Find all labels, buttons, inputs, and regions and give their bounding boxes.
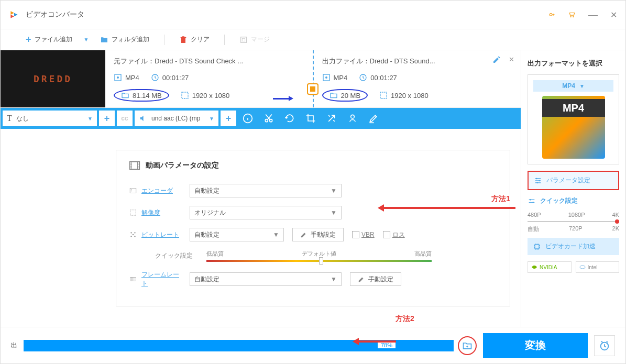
format-box: MP4▼ MP4 xyxy=(528,74,619,164)
source-format: MP4 xyxy=(125,74,139,82)
audio-value: und aac (LC) (mp xyxy=(151,115,200,122)
gpu-accel-button[interactable]: ビデオカード加速 xyxy=(528,238,619,255)
encoder-icon xyxy=(129,187,137,194)
add-folder-button[interactable]: フォルダ追加 xyxy=(96,33,153,46)
output-folder-button[interactable] xyxy=(458,336,477,355)
clock-icon xyxy=(151,73,159,82)
audio-dropdown[interactable]: und aac (LC) (mp ▼ xyxy=(135,111,218,126)
vbr-checkbox[interactable]: VBR xyxy=(352,231,375,238)
resolution-label[interactable]: 解像度 xyxy=(129,208,181,217)
svg-point-34 xyxy=(532,202,534,203)
output-size: 20 MB xyxy=(341,92,361,100)
intel-icon xyxy=(579,264,586,270)
svg-point-0 xyxy=(550,14,552,16)
svg-point-28 xyxy=(134,236,135,237)
sliders-icon xyxy=(528,197,536,205)
resolution-icon xyxy=(181,91,189,100)
progress-percent: 78% xyxy=(377,341,396,349)
minimize-button[interactable]: — xyxy=(588,9,598,20)
merge-label: マージ xyxy=(251,35,270,44)
svg-rect-35 xyxy=(535,245,539,249)
svg-rect-13 xyxy=(380,92,387,98)
close-button[interactable]: ✕ xyxy=(610,10,617,20)
format-icon xyxy=(322,73,331,82)
key-icon[interactable] xyxy=(548,11,556,18)
bitrate-select[interactable]: 自動設定▼ xyxy=(190,228,284,241)
speaker-icon xyxy=(139,114,147,123)
bitrate-icon xyxy=(129,231,137,238)
remove-file-button[interactable]: ✕ xyxy=(509,56,514,63)
source-resolution: 1920 x 1080 xyxy=(192,92,230,100)
svg-point-4 xyxy=(117,76,119,79)
add-file-button[interactable]: + ファイル追加 xyxy=(21,32,76,47)
svg-point-31 xyxy=(539,180,540,181)
svg-rect-18 xyxy=(130,162,139,170)
effects-tool[interactable] xyxy=(322,109,341,128)
folder-size-icon xyxy=(330,91,338,100)
source-label: 元ファイル： xyxy=(114,57,155,65)
video-thumbnail[interactable]: DREDD xyxy=(1,50,105,107)
edit-tool[interactable] xyxy=(364,109,383,128)
watermark-tool[interactable] xyxy=(343,109,362,128)
param-settings-button[interactable]: パラメータ設定 xyxy=(528,171,619,190)
nvidia-icon xyxy=(531,264,537,270)
source-filename: Dredd - DTS Sound Check ... xyxy=(155,57,243,65)
quick-resolution-slider[interactable]: 480P1080P4K 自動720P2K xyxy=(528,212,619,231)
svg-point-30 xyxy=(536,178,537,179)
app-logo-icon xyxy=(9,9,19,20)
merge-button[interactable]: マージ xyxy=(235,33,274,46)
framerate-manual-button[interactable]: 手動設定 xyxy=(350,272,401,286)
quality-slider[interactable] xyxy=(206,260,432,262)
add-audio-button[interactable]: + xyxy=(221,111,236,126)
video-params-panel: 動画パラメータの設定 エンコーダ 自動設定▼ 解像度 オリジナル▼ xyxy=(116,150,510,306)
framerate-icon xyxy=(129,275,137,283)
info-tool[interactable] xyxy=(238,109,257,128)
folder-icon xyxy=(100,36,108,44)
app-title: ビデオコンバータ xyxy=(26,10,84,19)
encoder-select[interactable]: 自動設定▼ xyxy=(190,184,342,197)
intel-badge: Intel xyxy=(576,261,620,273)
schedule-button[interactable] xyxy=(594,335,615,356)
svg-point-11 xyxy=(325,76,327,79)
folder-open-icon xyxy=(462,340,473,351)
encoder-label[interactable]: エンコーダ xyxy=(129,186,181,195)
bitrate-label[interactable]: ビットレート xyxy=(129,230,181,239)
pencil-icon xyxy=(300,231,307,238)
convert-button[interactable]: 変換 xyxy=(483,333,588,358)
quick-settings-title: クイック設定 xyxy=(528,196,619,205)
resolution-select[interactable]: オリジナル▼ xyxy=(190,206,342,219)
crop-tool[interactable] xyxy=(301,109,320,128)
film-icon xyxy=(129,160,140,171)
svg-point-22 xyxy=(131,192,131,192)
output-label: 出力ファイル： xyxy=(322,57,370,65)
bitrate-manual-button[interactable]: 手動設定 xyxy=(292,228,344,241)
quality-labels: 低品質デフォルト値高品質 xyxy=(206,250,432,258)
framerate-label[interactable]: フレームレート xyxy=(129,270,181,288)
edit-toolbar: T なし ▼ + cc und aac (LC) (mp ▼ + xyxy=(1,108,521,129)
source-duration: 00:01:27 xyxy=(162,74,189,82)
svg-rect-1 xyxy=(241,37,247,42)
chevron-down-icon[interactable]: ▼ xyxy=(84,37,89,42)
cut-tool[interactable] xyxy=(259,109,278,128)
cart-icon[interactable] xyxy=(568,11,576,18)
lossless-checkbox[interactable]: ロス xyxy=(383,230,405,239)
clear-button[interactable]: クリア xyxy=(175,33,214,46)
output-info: ✕ 出力ファイル：Dredd - DTS Sound... MP4 00:01:… xyxy=(314,50,521,107)
output-filename: Dredd - DTS Sound... xyxy=(370,57,435,65)
subtitle-dropdown[interactable]: T なし ▼ xyxy=(3,111,97,126)
svg-point-36 xyxy=(580,266,585,269)
annotation-method2: 方法2 xyxy=(396,314,414,324)
cc-button[interactable]: cc xyxy=(117,111,133,126)
svg-point-33 xyxy=(530,199,531,201)
svg-rect-29 xyxy=(130,278,136,281)
format-dropdown[interactable]: MP4▼ xyxy=(533,80,613,92)
svg-rect-23 xyxy=(130,210,136,216)
sidebar-title: 出力フォーマットを選択 xyxy=(528,59,619,68)
progress-bar[interactable]: 78% xyxy=(24,340,454,351)
rotate-tool[interactable] xyxy=(280,109,299,128)
add-subtitle-button[interactable]: + xyxy=(99,111,115,126)
framerate-select[interactable]: 自動設定▼ xyxy=(190,272,342,286)
clear-label: クリア xyxy=(191,35,210,44)
edit-filename-button[interactable] xyxy=(492,56,501,64)
footer: 出 78% 変換 xyxy=(1,327,625,363)
